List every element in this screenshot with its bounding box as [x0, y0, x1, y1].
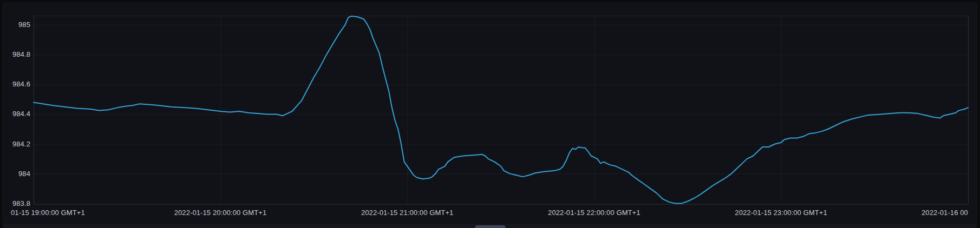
y-axis-tick-label: 984 [0, 170, 30, 178]
y-axis-tick-label: 984.8 [0, 51, 30, 58]
x-axis-tick-label: 2022-01-15 22:00:00 GMT+1 [548, 209, 641, 217]
y-axis-tick-label: 983.8 [0, 200, 30, 207]
x-axis-tick-label: 2022-01-15 21:00:00 GMT+1 [361, 209, 454, 217]
dashboard-canvas: 985984.8984.6984.4984.2984983.801-15 19:… [0, 0, 980, 228]
y-axis-tick-label: 985 [0, 21, 30, 29]
x-axis-tick-label: 2022-01-16 00 [922, 209, 968, 217]
x-axis-tick-label: 01-15 19:00:00 GMT+1 [11, 209, 85, 217]
plot-area-border [34, 16, 969, 205]
time-series-chart[interactable] [0, 0, 980, 228]
x-axis-tick-label: 2022-01-15 20:00:00 GMT+1 [174, 209, 267, 217]
x-axis-tick-label: 2022-01-15 23:00:00 GMT+1 [735, 209, 827, 217]
y-axis-tick-label: 984.6 [0, 81, 30, 88]
y-axis-tick-label: 984.2 [0, 140, 30, 148]
y-axis-tick-label: 984.4 [0, 110, 30, 118]
series-line [34, 16, 968, 204]
